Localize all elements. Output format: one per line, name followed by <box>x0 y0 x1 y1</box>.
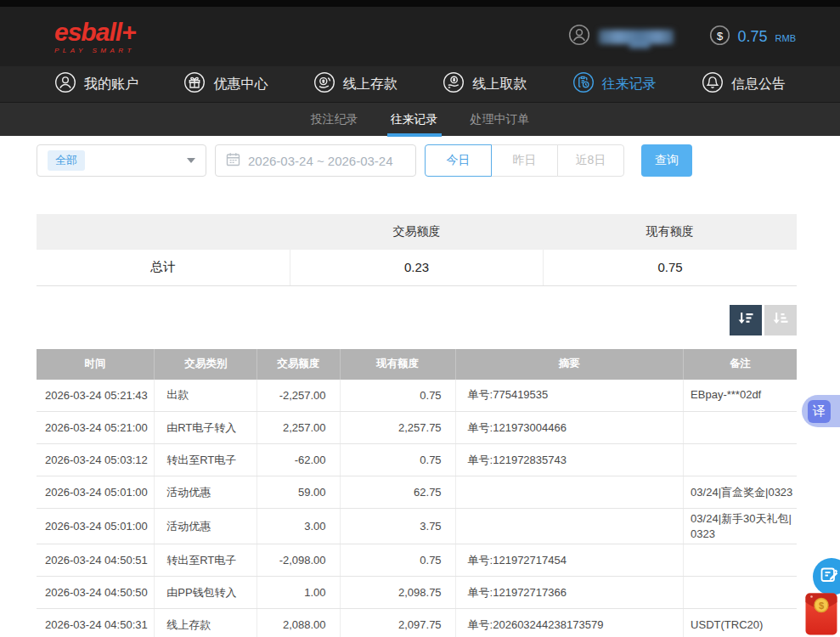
summary-header-row: 交易额度 现有额度 <box>37 214 797 250</box>
summary-total-label: 总计 <box>37 250 290 285</box>
cell-summary <box>455 509 684 544</box>
cell-type: 由PP钱包转入 <box>155 577 257 609</box>
edit-note-icon <box>819 564 840 589</box>
cell-remark <box>684 444 797 476</box>
filter-row: 全部 2026-03-24 ~ 2026-03-24 今日 昨日 近8日 查询 <box>37 144 797 177</box>
column-header: 摘要 <box>455 349 684 380</box>
cell-time: 2026-03-24 05:21:43 <box>37 380 155 412</box>
cell-balance: 0.75 <box>340 544 455 577</box>
nav-item-my-account[interactable]: 我的账户 <box>54 71 138 97</box>
today-button[interactable]: 今日 <box>425 144 492 177</box>
red-envelope-widget[interactable]: $ <box>805 593 837 637</box>
quick-date-group: 今日 昨日 近8日 <box>425 144 624 177</box>
svg-text:$: $ <box>819 600 824 611</box>
sort-row <box>37 305 797 335</box>
nav-item-deposit[interactable]: 线上存款 <box>313 71 397 97</box>
nav-item-promotions[interactable]: 优惠中心 <box>183 71 268 97</box>
last-8-days-button[interactable]: 近8日 <box>557 144 624 177</box>
cell-remark <box>684 544 797 577</box>
tab-betting-records[interactable]: 投注纪录 <box>309 103 360 137</box>
page: esball+ PLAY SMART $ <box>0 0 840 637</box>
cell-summary: 单号:121972717366 <box>455 577 684 609</box>
cell-summary: 单号:121972717454 <box>455 544 684 577</box>
table-row: 2026-03-24 04:50:51转出至RT电子-2,098.000.75单… <box>37 544 797 577</box>
table-row: 2026-03-24 05:21:00由RT电子转入2,257.002,257.… <box>37 412 797 444</box>
cell-balance: 0.75 <box>340 444 455 476</box>
balance[interactable]: $ 0.75 RMB <box>709 25 797 49</box>
sort-ascending-button[interactable] <box>764 305 797 335</box>
summary-current-total: 0.75 <box>544 250 797 285</box>
cell-time: 2026-03-24 05:01:00 <box>37 509 155 544</box>
sub-nav: 投注纪录 往来记录 处理中订单 <box>0 102 840 136</box>
user-circle-icon <box>54 71 76 97</box>
nav-label: 信息公告 <box>731 76 786 93</box>
nav-item-announcements[interactable]: 信息公告 <box>702 71 786 97</box>
cell-amount: -2,098.00 <box>257 544 341 577</box>
nav-label: 线上存款 <box>343 76 397 93</box>
cell-time: 2026-03-24 04:50:51 <box>37 544 155 577</box>
cell-remark <box>684 412 797 444</box>
cell-amount: -2,257.00 <box>257 380 341 412</box>
column-header: 备注 <box>684 349 797 380</box>
records-table: 时间交易类别交易额度现有额度摘要备注 2026-03-24 05:21:43出款… <box>37 349 797 637</box>
cell-summary: 单号:775419535 <box>455 380 684 412</box>
summary-header-transaction: 交易额度 <box>290 214 543 250</box>
cell-summary <box>455 476 684 509</box>
summary-header-empty <box>37 214 290 250</box>
sort-descending-button[interactable] <box>730 305 762 335</box>
calendar-icon <box>226 152 240 169</box>
cell-time: 2026-03-24 05:03:12 <box>37 444 155 476</box>
feedback-edit-widget[interactable] <box>813 558 840 595</box>
records-header-row: 时间交易类别交易额度现有额度摘要备注 <box>37 349 797 380</box>
deposit-coin-icon <box>313 71 335 97</box>
table-row: 2026-03-24 04:50:31线上存款2,088.002,097.75单… <box>37 609 797 637</box>
nav-item-withdraw[interactable]: 线上取款 <box>443 71 527 97</box>
column-header: 交易额度 <box>257 349 341 380</box>
cell-remark <box>684 577 797 609</box>
content: 全部 2026-03-24 ~ 2026-03-24 今日 昨日 近8日 查询 <box>37 144 797 637</box>
cell-balance: 62.75 <box>340 476 455 509</box>
summary-table: 交易额度 现有额度 总计 0.23 0.75 <box>37 214 797 286</box>
cell-time: 2026-03-24 05:21:00 <box>37 412 155 444</box>
table-row: 2026-03-24 04:50:50由PP钱包转入1.002,098.75单号… <box>37 577 797 609</box>
summary-total-row: 总计 0.23 0.75 <box>37 250 797 285</box>
header-right: $ 0.75 RMB <box>568 24 797 49</box>
nav-item-transaction-records[interactable]: 往来记录 <box>572 71 657 97</box>
red-envelope-icon: $ <box>805 623 837 637</box>
sort-descending-icon <box>736 309 755 330</box>
chevron-down-icon <box>187 158 195 163</box>
transaction-type-dropdown[interactable]: 全部 <box>37 144 206 177</box>
cell-time: 2026-03-24 05:01:00 <box>37 476 155 509</box>
table-row: 2026-03-24 05:03:12转出至RT电子-62.000.75单号:1… <box>37 444 797 476</box>
tab-transaction-records[interactable]: 往来记录 <box>389 103 440 137</box>
cell-balance: 2,257.75 <box>340 412 455 444</box>
yesterday-button[interactable]: 昨日 <box>491 144 558 177</box>
cell-type: 由RT电子转入 <box>155 412 257 444</box>
cell-summary: 单号:202603244238173579 <box>455 609 684 637</box>
avatar-icon <box>568 24 590 49</box>
cell-amount: 59.00 <box>257 476 341 509</box>
records-clipboard-icon <box>572 71 595 97</box>
translate-widget[interactable]: 译 <box>802 395 840 427</box>
nav-label: 我的账户 <box>84 76 138 93</box>
cell-balance: 0.75 <box>340 380 455 412</box>
tab-pending-orders[interactable]: 处理中订单 <box>469 103 532 137</box>
cell-summary: 单号:121973004466 <box>455 412 684 444</box>
user-account[interactable] <box>568 24 674 49</box>
nav-label: 优惠中心 <box>213 76 268 93</box>
logo-tagline: PLAY SMART <box>54 47 136 54</box>
username-blurred <box>599 30 674 44</box>
selected-type-tag: 全部 <box>48 150 85 171</box>
table-row: 2026-03-24 05:01:00活动优惠59.0062.7503/24|盲… <box>37 476 797 509</box>
logo[interactable]: esball+ PLAY SMART <box>54 20 136 54</box>
table-row: 2026-03-24 05:21:43出款-2,257.000.75单号:775… <box>37 380 797 412</box>
site-header: esball+ PLAY SMART $ <box>0 7 840 66</box>
summary-transaction-total: 0.23 <box>290 250 543 285</box>
logo-text: esball+ <box>54 20 136 45</box>
date-range-input[interactable]: 2026-03-24 ~ 2026-03-24 <box>215 144 416 177</box>
search-button[interactable]: 查询 <box>641 144 692 177</box>
cell-type: 出款 <box>155 380 257 412</box>
table-row: 2026-03-24 05:01:00活动优惠3.003.7503/24|新手3… <box>37 509 797 544</box>
nav-label: 往来记录 <box>602 76 657 93</box>
withdraw-coin-icon <box>443 71 465 97</box>
